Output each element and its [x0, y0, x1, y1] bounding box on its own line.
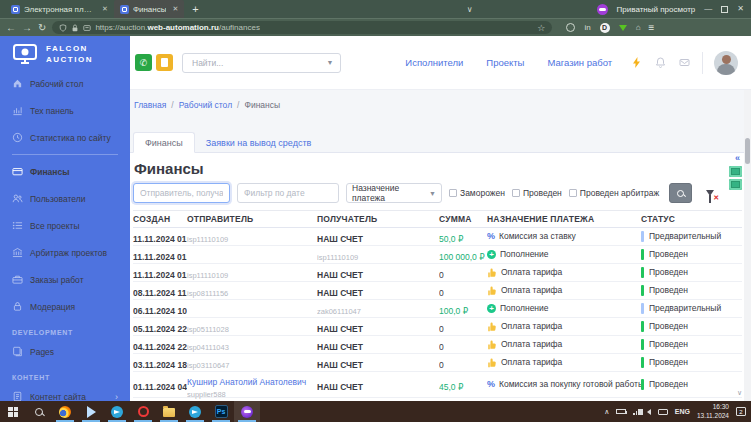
search-taskbar-icon[interactable] [26, 401, 52, 422]
phone-button[interactable]: ✆ [135, 54, 152, 71]
global-search-input[interactable] [190, 57, 326, 69]
menu-hamburger-icon[interactable]: ≡ [648, 22, 654, 33]
content-tab[interactable]: Заявки на вывод средств [195, 132, 323, 153]
header-nav-link[interactable]: Магазин работ [547, 57, 612, 68]
tab-close-icon[interactable]: ✕ [172, 5, 178, 13]
receiver-name: НАШ СЧЕТ [317, 270, 363, 280]
notes-button[interactable] [156, 54, 173, 71]
language-indicator[interactable]: ENG [675, 408, 690, 415]
cell-receiver: НАШ СЧЕТ [317, 375, 439, 395]
sidebar-item-chart[interactable]: Тех панель [0, 97, 130, 124]
opera-taskbar-icon[interactable] [130, 401, 156, 422]
tray-expand-chevron-icon[interactable]: ∧ [604, 408, 609, 416]
sidebar-item-users[interactable]: Пользователи [0, 185, 130, 212]
scroll-down-chevron-icon[interactable]: ∨ [737, 389, 742, 397]
notification-center-icon[interactable]: 2 [736, 407, 746, 416]
start-taskbar-icon[interactable] [0, 401, 26, 422]
search-dropdown-caret-icon[interactable]: ▼ [326, 59, 333, 66]
sidebar-item-lock[interactable]: Модерация [0, 293, 130, 320]
lock-icon[interactable] [71, 24, 79, 32]
new-tab-button[interactable]: + [184, 0, 206, 18]
sidebar-item-pages[interactable]: Pages [0, 338, 130, 365]
filter-checkbox[interactable]: Проведен [512, 188, 562, 198]
clear-filters-button[interactable]: ✕ [699, 183, 721, 203]
duckduckgo-extension-icon[interactable]: D [600, 23, 610, 33]
reload-button[interactable]: ↻ [38, 23, 46, 33]
search-button[interactable] [669, 183, 692, 203]
sender-filter-input[interactable] [133, 183, 230, 203]
volume-icon[interactable] [647, 409, 651, 415]
sidebar-item-clock[interactable]: Статистика по сайту [0, 124, 130, 151]
checkbox-box[interactable] [569, 189, 577, 197]
sidebar-item-home[interactable]: Рабочий стол [0, 70, 130, 97]
header-nav-link[interactable]: Исполнители [405, 57, 463, 68]
window-restore-button[interactable] [721, 6, 728, 13]
mail-icon[interactable] [679, 57, 690, 68]
firefox-private-taskbar-icon[interactable] [234, 401, 260, 422]
cell-purpose: %Комиссия за покупку готовой работы [487, 379, 641, 390]
battery-icon[interactable] [616, 409, 626, 414]
collapse-panel-icon[interactable]: « [735, 153, 740, 163]
sidebar-item-label: Заказы работ [30, 275, 84, 285]
telegram2-taskbar-icon[interactable] [182, 401, 208, 422]
widget-badge-icon[interactable] [729, 179, 742, 190]
window-close-button[interactable]: ✕ [737, 5, 744, 13]
home-extension-icon[interactable]: ⌂ [636, 23, 641, 32]
explorer-taskbar-icon[interactable] [156, 401, 182, 422]
linkedin-extension-icon[interactable]: in [584, 23, 590, 32]
sidebar-item-doc[interactable]: Контент сайта› [0, 383, 130, 401]
window-minimize-button[interactable]: — [704, 5, 712, 13]
checkbox-box[interactable] [512, 189, 520, 197]
sender-link[interactable]: Кушнир Анатолий Анатолевич [187, 377, 306, 387]
browser-tab[interactable]: Финансы✕ [114, 0, 184, 18]
sidebar-item-card[interactable]: Финансы [0, 158, 130, 185]
video-downloader-extension-icon[interactable] [619, 25, 627, 31]
lightning-icon[interactable] [631, 57, 642, 68]
back-button[interactable]: ← [6, 23, 16, 33]
status-label: Предварительный [649, 303, 721, 314]
pocket-extension-icon[interactable] [566, 23, 575, 32]
tab-close-icon[interactable]: ✕ [102, 5, 108, 13]
date-filter-input[interactable] [237, 183, 339, 203]
browser-tab[interactable]: Электронная площадка услуг✕ [5, 0, 114, 18]
taskbar-apps: Ps [0, 401, 260, 422]
photoshop-taskbar-icon[interactable]: Ps [208, 401, 234, 422]
list-all-tabs-chevron-icon[interactable]: ∨ [467, 5, 473, 14]
bookmark-star-icon[interactable]: ☆ [537, 23, 545, 33]
filter-checkbox[interactable]: Заморожен [449, 188, 505, 198]
checkbox-box[interactable] [449, 189, 457, 197]
sum-value: 50,0 ₽ [439, 234, 463, 244]
brand[interactable]: FALCON AUCTION [0, 36, 130, 70]
bell-icon[interactable] [655, 57, 666, 68]
permissions-icon[interactable] [83, 24, 91, 32]
breadcrumb-link[interactable]: Рабочий стол [179, 100, 232, 110]
global-search[interactable]: ▼ [182, 53, 341, 73]
keyboard-icon[interactable] [658, 409, 668, 415]
status-bar [641, 285, 644, 296]
private-browsing-mask-icon [597, 4, 608, 15]
purpose-select[interactable]: Назначение платежа ▼ [346, 183, 442, 203]
breadcrumb-link[interactable]: Главная [134, 100, 166, 110]
widget-badge-icon[interactable] [729, 166, 742, 177]
player-taskbar-icon[interactable] [78, 401, 104, 422]
forward-button[interactable]: → [22, 23, 32, 33]
firefox-taskbar-icon[interactable] [52, 401, 78, 422]
user-avatar[interactable] [714, 51, 738, 75]
clock[interactable]: 16:30 13.11.2024 [697, 403, 729, 420]
cell-purpose: Оплата тарифа [487, 267, 641, 278]
sidebar-item-label: Тех панель [30, 106, 74, 116]
search-icon [677, 190, 684, 197]
status-bar [641, 303, 644, 314]
content-tab[interactable]: Финансы [133, 132, 195, 153]
page-scrollbar[interactable] [744, 90, 751, 401]
sidebar-item-briefcase[interactable]: Заказы работ [0, 266, 130, 293]
scrollbar-thumb[interactable] [745, 138, 750, 164]
telegram-taskbar-icon[interactable] [104, 401, 130, 422]
created-value: 11.11.2024 01:09 [133, 270, 187, 280]
shield-icon[interactable] [59, 24, 67, 32]
filter-checkbox[interactable]: Проведен арбитраж [569, 188, 659, 198]
url-bar[interactable]: https://auction.web-automation.ru/aufina… [52, 21, 552, 34]
sidebar-item-list[interactable]: Все проекты [0, 212, 130, 239]
header-nav-link[interactable]: Проекты [486, 57, 524, 68]
sidebar-item-bank[interactable]: Арбитраж проектов [0, 239, 130, 266]
